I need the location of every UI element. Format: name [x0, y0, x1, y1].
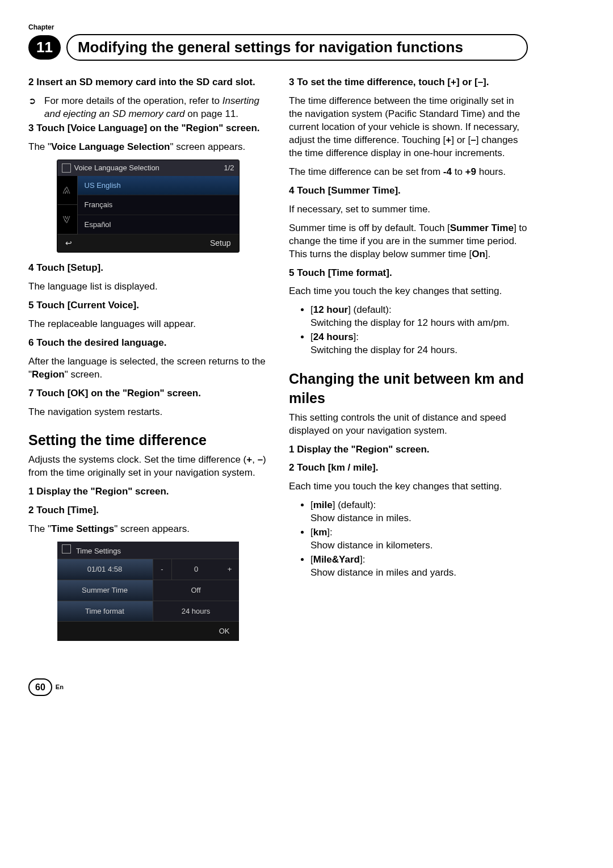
- step-5-head: 5 Touch [Current Voice].: [28, 299, 267, 312]
- txt: ]:: [360, 554, 365, 565]
- scroll-down-icon[interactable]: ⩔: [57, 205, 78, 234]
- step-4-head: 4 Touch [Setup].: [28, 262, 267, 275]
- list-item: [Mile&Yard]: Show distance in miles and …: [310, 553, 528, 580]
- unit-step-2-body: Each time you touch the key changes that…: [289, 480, 528, 493]
- txt: ,: [252, 454, 257, 465]
- vls-item-francais[interactable]: Français: [78, 195, 239, 215]
- list-item: [12 hour] (default): Switching the displ…: [310, 304, 528, 330]
- list-item: [24 hours]: Switching the display for 24…: [310, 331, 528, 357]
- vls-title: Voice Language Selection: [74, 163, 159, 173]
- left-column: 2 Insert an SD memory card into the SD c…: [28, 75, 267, 649]
- time-step-2-body: The "Time Settings" screen appears.: [28, 523, 267, 536]
- txt: +: [246, 454, 252, 465]
- time-step-1-head: 1 Display the "Region" screen.: [28, 485, 267, 498]
- ts-header: Time Settings: [57, 542, 239, 559]
- step-6-body: After the language is selected, the scre…: [28, 355, 267, 381]
- txt: –: [258, 454, 263, 465]
- txt: mile: [313, 500, 333, 510]
- txt: On: [472, 249, 485, 259]
- vls-item-espanol[interactable]: Español: [78, 215, 239, 235]
- step-5-body: The replaceable languages will appear.: [28, 318, 267, 331]
- txt: " screen appears.: [170, 141, 245, 152]
- txt: Switching the display for 12 hours with …: [310, 317, 510, 328]
- r-step-4-head: 4 Touch [Summer Time].: [289, 184, 528, 198]
- unit-list: [mile] (default): Show distance in miles…: [289, 499, 528, 580]
- heading-unit: Changing the unit between km and miles: [289, 370, 528, 408]
- ts-title: Time Settings: [76, 547, 121, 555]
- page-number: 60: [28, 678, 52, 697]
- vls-header: Voice Language Selection 1/2: [57, 160, 239, 176]
- txt: Voice Language Selection: [51, 141, 170, 152]
- txt: The time difference can be set from: [289, 166, 443, 177]
- txt: 12 hour: [313, 304, 348, 315]
- scroll-up-icon[interactable]: ⩓: [57, 176, 78, 206]
- txt: ]:: [327, 527, 332, 538]
- r-step-5-head: 5 Touch [Time format].: [289, 267, 528, 280]
- chapter-bar: 11 Modifying the general settings for na…: [28, 34, 528, 61]
- txt: Summer time is off by default. Touch [: [289, 223, 450, 233]
- txt: 24 hours: [313, 332, 354, 342]
- unit-step-2-head: 2 Touch [km / mile].: [289, 462, 528, 475]
- ts-minus-button[interactable]: -: [153, 559, 172, 580]
- unit-step-1-head: 1 Display the "Region" screen.: [289, 443, 528, 456]
- txt: +: [446, 135, 451, 145]
- step-6-head: 6 Touch the desired language.: [28, 337, 267, 350]
- txt: The ": [28, 523, 51, 534]
- r-step-4-body2: Summer time is off by default. Touch [Su…: [289, 222, 528, 261]
- txt: The ": [28, 141, 51, 152]
- txt: Adjusts the systems clock. Set the time …: [28, 454, 246, 465]
- txt: ] (default):: [348, 304, 392, 315]
- txt: on page 11.: [185, 108, 239, 119]
- ts-summer-value[interactable]: Off: [153, 580, 239, 601]
- vls-item-us-english[interactable]: US English: [78, 176, 239, 196]
- chapter-label: Chapter: [28, 23, 528, 32]
- time-intro: Adjusts the systems clock. Set the time …: [28, 454, 267, 480]
- settings-icon: [62, 163, 71, 173]
- ts-plus-button[interactable]: +: [221, 559, 239, 580]
- setup-button[interactable]: Setup: [210, 238, 231, 249]
- txt: " screen appears.: [114, 523, 190, 534]
- txt: Switching the display for 24 hours.: [310, 345, 457, 355]
- ts-format-value[interactable]: 24 hours: [153, 601, 239, 622]
- txt: +9: [465, 166, 476, 177]
- txt: ]:: [354, 332, 359, 342]
- r-step-3-body1: The time difference between the time ori…: [289, 95, 528, 160]
- txt: Time Settings: [51, 523, 114, 534]
- txt: ] or [: [451, 135, 471, 145]
- txt: For more details of the operation, refer…: [44, 95, 222, 106]
- step-2-head: 2 Insert an SD memory card into the SD c…: [28, 76, 267, 89]
- ts-offset-value: 0: [172, 559, 221, 580]
- vls-page: 1/2: [224, 163, 234, 173]
- txt: Show distance in miles.: [310, 513, 412, 523]
- time-step-2-head: 2 Touch [Time].: [28, 504, 267, 517]
- r-step-5-body1: Each time you touch the key changes that…: [289, 285, 528, 298]
- unit-intro: This setting controls the unit of distan…: [289, 412, 528, 438]
- r-step-5-list: [12 hour] (default): Switching the displ…: [289, 304, 528, 357]
- txt: Region: [32, 369, 65, 380]
- txt: " screen.: [65, 369, 103, 380]
- txt: ] (default):: [333, 500, 376, 510]
- ts-ok-button[interactable]: OK: [57, 621, 239, 641]
- step-7-body: The navigation system restarts.: [28, 406, 267, 419]
- chapter-title: Modifying the general settings for navig…: [66, 34, 528, 61]
- step-3-body: The "Voice Language Selection" screen ap…: [28, 141, 267, 154]
- ts-datetime: 01/01 4:58: [57, 559, 153, 580]
- settings-icon: [62, 544, 71, 553]
- txt: Summer Time: [450, 223, 514, 233]
- txt: Mile&Yard: [313, 554, 360, 565]
- r-step-3-head: 3 To set the time difference, touch [+] …: [289, 76, 528, 89]
- txt: ].: [485, 249, 490, 259]
- back-icon[interactable]: ↩: [65, 238, 72, 249]
- page-language: En: [56, 683, 64, 691]
- time-settings-screenshot: Time Settings 01/01 4:58 - 0 + Summer Ti…: [57, 542, 239, 641]
- r-step-3-body2: The time difference can be set from -4 t…: [289, 166, 528, 179]
- heading-time-difference: Setting the time difference: [28, 431, 267, 450]
- txt: –: [471, 135, 476, 145]
- txt: Show distance in miles and yards.: [310, 567, 456, 578]
- step-4-body: The language list is displayed.: [28, 280, 267, 293]
- step-3-head: 3 Touch [Voice Language] on the "Region"…: [28, 122, 267, 135]
- chapter-number: 11: [28, 35, 61, 60]
- voice-language-screenshot: Voice Language Selection 1/2 ⩓ ⩔ US Engl…: [57, 160, 240, 253]
- ts-summer-label: Summer Time: [57, 580, 153, 601]
- txt: hours.: [476, 166, 506, 177]
